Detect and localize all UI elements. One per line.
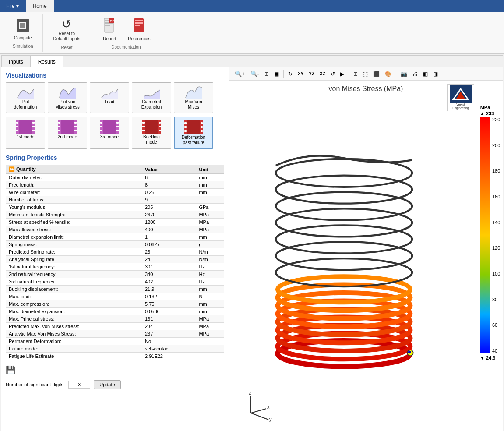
table-row: Diametral expansion limit:1mm bbox=[6, 233, 224, 241]
table-cell-unit bbox=[196, 338, 224, 345]
tab-results[interactable]: Results bbox=[31, 56, 63, 67]
simulation-group-label: Simulation bbox=[13, 44, 33, 49]
reset-label: Reset toDefault Inputs bbox=[53, 31, 81, 42]
report-button[interactable]: PDF Report bbox=[98, 16, 121, 43]
compute-label: Compute bbox=[14, 35, 32, 40]
extra-2-button[interactable]: ◨ bbox=[431, 70, 440, 78]
table-cell-value: 0.0627 bbox=[142, 241, 196, 248]
references-button[interactable]: References bbox=[124, 16, 154, 43]
table-cell-unit: Hz bbox=[196, 271, 224, 278]
tab-inputs[interactable]: Inputs bbox=[1, 56, 31, 67]
rotate-button[interactable]: ↻ bbox=[286, 70, 295, 78]
color-bar: MPa ▲ 233 220 200 180 160 140 120 100 80 bbox=[480, 105, 490, 360]
table-cell-quantity: Failure mode: bbox=[6, 345, 142, 353]
table-row: Fatigue Life Estimate2.91E22 bbox=[6, 353, 224, 360]
zoom-out-button[interactable]: 🔍- bbox=[248, 69, 261, 78]
table-row: Max. compression:5.75mm bbox=[6, 300, 224, 308]
references-label: References bbox=[128, 36, 150, 41]
tick-100: 100 bbox=[492, 271, 500, 276]
view-yz-button[interactable]: YZ bbox=[307, 70, 317, 78]
grid-button[interactable]: ⊞ bbox=[351, 70, 360, 78]
screenshot-button[interactable]: 📷 bbox=[398, 70, 409, 78]
save-icon[interactable]: 💾 bbox=[6, 365, 15, 375]
table-cell-value: 5.75 bbox=[142, 300, 196, 308]
table-cell-quantity: Minimum Tensile Strength: bbox=[6, 211, 142, 219]
svg-point-31 bbox=[276, 192, 412, 220]
reset-icon: ↺ bbox=[62, 18, 71, 31]
mode-2-label: 2nd mode bbox=[58, 134, 77, 139]
buckling-mode-button[interactable]: Bucklingmode bbox=[132, 117, 171, 149]
animate-button[interactable]: ▶ bbox=[338, 70, 346, 78]
plot-von-mises-icon bbox=[58, 85, 77, 99]
viz-toolbar: 🔍+ 🔍- ⊞ ▣ ↻ XY YZ XZ ↺ ▶ ⊞ ⬚ ⬛ 🎨 📷 🖨 ◧ bbox=[229, 67, 503, 81]
tab-bar: Inputs Results bbox=[1, 56, 503, 67]
visualizations-title: Visualizations bbox=[6, 72, 224, 79]
table-cell-unit bbox=[196, 353, 224, 360]
home-tab[interactable]: Home bbox=[26, 0, 54, 12]
table-cell-value: 340 bbox=[142, 271, 196, 278]
table-cell-value: 0.132 bbox=[142, 293, 196, 300]
table-cell-quantity: Wire diameter: bbox=[6, 189, 142, 196]
table-cell-unit: mm bbox=[196, 300, 224, 308]
table-cell-unit bbox=[196, 345, 224, 353]
load-button[interactable]: Load bbox=[90, 82, 129, 113]
table-row: Number of turns:9 bbox=[6, 196, 224, 204]
svg-line-38 bbox=[251, 409, 266, 413]
table-cell-value: 301 bbox=[142, 263, 196, 271]
zoom-in-button[interactable]: 🔍+ bbox=[233, 69, 247, 78]
view-xz-button[interactable]: XZ bbox=[317, 70, 328, 78]
table-cell-value: 2670 bbox=[142, 211, 196, 219]
svg-point-28 bbox=[276, 242, 412, 270]
plot-von-mises-button[interactable]: Plot vonMises stress bbox=[48, 82, 87, 113]
table-cell-value: 23 bbox=[142, 248, 196, 256]
deformation-past-failure-button[interactable]: Deformationpast failure bbox=[174, 117, 213, 149]
table-row: Predicted Spring rate:23N/m bbox=[6, 248, 224, 256]
file-button[interactable]: File ▾ bbox=[0, 0, 25, 12]
table-row: Free length:8mm bbox=[6, 181, 224, 189]
color-bar-gradient bbox=[480, 117, 490, 353]
extra-1-button[interactable]: ◧ bbox=[421, 70, 430, 78]
sig-digits-input[interactable] bbox=[68, 381, 90, 389]
table-cell-quantity: Analytical Spring rate bbox=[6, 256, 142, 263]
table-cell-value: 161 bbox=[142, 315, 196, 323]
max-von-mises-icon bbox=[184, 85, 203, 99]
reset-button[interactable]: ↺ Reset toDefault Inputs bbox=[50, 16, 84, 43]
update-button[interactable]: Update bbox=[94, 380, 120, 389]
svg-text:x: x bbox=[267, 404, 270, 410]
table-cell-value: 0.0586 bbox=[142, 308, 196, 315]
table-row: Max. Principal stress:161MPa bbox=[6, 315, 224, 323]
tick-180: 180 bbox=[492, 168, 500, 173]
table-cell-value: 1200 bbox=[142, 219, 196, 226]
plot-deformation-button[interactable]: Plotdeformation bbox=[6, 82, 45, 113]
table-cell-unit: MPa bbox=[196, 219, 224, 226]
diametral-expansion-button[interactable]: DiametralExpansion bbox=[132, 82, 171, 113]
tick-40: 40 bbox=[492, 348, 500, 353]
mode-1-button[interactable]: 1st mode bbox=[6, 117, 45, 149]
tick-120: 120 bbox=[492, 245, 500, 251]
table-cell-unit: mm bbox=[196, 308, 224, 315]
table-cell-unit: MPa bbox=[196, 211, 224, 219]
zoom-box-button[interactable]: ▣ bbox=[272, 70, 281, 78]
table-cell-unit: mm bbox=[196, 286, 224, 293]
table-cell-unit: MPa bbox=[196, 330, 224, 338]
reset-view-button[interactable]: ↺ bbox=[328, 70, 337, 78]
color-button[interactable]: 🎨 bbox=[383, 70, 394, 78]
plot-deformation-icon bbox=[16, 85, 35, 99]
max-von-mises-button[interactable]: Max VonMises bbox=[174, 82, 213, 113]
view-xy-button[interactable]: XY bbox=[296, 70, 306, 78]
buckling-mode-icon bbox=[142, 120, 161, 134]
svg-rect-8 bbox=[105, 25, 110, 26]
mode-2-button[interactable]: 2nd mode bbox=[48, 117, 87, 149]
mode-2-icon bbox=[58, 120, 77, 134]
compute-button[interactable]: Compute bbox=[11, 16, 35, 42]
zoom-fit-button[interactable]: ⊞ bbox=[262, 70, 271, 78]
print-button[interactable]: 🖨 bbox=[410, 70, 420, 78]
load-label: Load bbox=[105, 99, 114, 105]
color-bar-min-label: ▼ 24.3 bbox=[480, 355, 490, 360]
wireframe-button[interactable]: ⬚ bbox=[361, 70, 370, 78]
solid-button[interactable]: ⬛ bbox=[371, 70, 382, 78]
table-cell-quantity: Predicted Spring rate: bbox=[6, 248, 142, 256]
table-cell-value: 1 bbox=[142, 233, 196, 241]
tick-220: 220 bbox=[492, 117, 500, 122]
mode-3-button[interactable]: 3rd mode bbox=[90, 117, 129, 149]
